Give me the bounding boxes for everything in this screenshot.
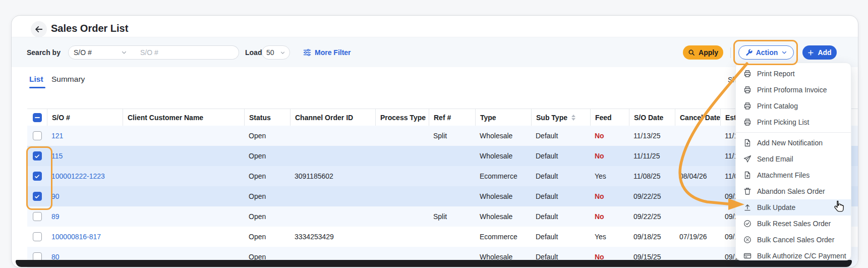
sub-type-label: Sub Type (536, 114, 567, 122)
col-header-so-number[interactable]: S/O # (47, 109, 123, 126)
table-header-row: S/O # Client Customer Name Status Channe… (27, 109, 858, 127)
cell-type: Wholesale (475, 206, 531, 227)
select-all-checkbox-cell (27, 109, 47, 126)
menu-item-label: Abandon Sales Order (757, 187, 825, 195)
menu-item-label: Print Report (757, 70, 795, 78)
menu-item-bulk-authorize-cc-payment[interactable]: Bulk Authorize C/C Payment (736, 248, 851, 260)
col-header-so-date[interactable]: S/O Date (629, 109, 675, 126)
row-checkbox[interactable] (33, 131, 42, 140)
cell-cancel-date (675, 146, 720, 166)
cell-process-type (375, 126, 429, 146)
x-circle-icon (743, 236, 751, 244)
cell-client-customer-name (123, 206, 244, 227)
cell-feed: Yes (590, 166, 629, 186)
cell-so-date: 09/22/25 (629, 206, 675, 227)
cell-cancel-date: 07/19/26 (675, 227, 720, 247)
filter-bar: Search by S/O # Load 50 (12, 37, 858, 67)
menu-item-print-report[interactable]: Print Report (736, 66, 851, 82)
col-header-sub-type[interactable]: Sub Type (531, 109, 590, 126)
cell-status: Open (244, 227, 290, 247)
sort-icon[interactable] (571, 115, 575, 121)
menu-item-attachment-files[interactable]: Attachment Files (736, 167, 851, 183)
tab-list[interactable]: List (29, 75, 43, 84)
app-frame: Sales Order List Search by S/O # Load 50 (11, 15, 858, 268)
menu-item-bulk-cancel-sales-order[interactable]: Bulk Cancel Sales Order (736, 232, 851, 248)
col-header-process-type[interactable]: Process Type (375, 109, 429, 126)
row-checkbox[interactable] (33, 192, 42, 201)
cell-client-customer-name (123, 146, 244, 166)
cell-cancel-date (675, 126, 720, 146)
chevron-down-icon (781, 49, 787, 56)
search-input[interactable] (139, 48, 232, 57)
row-checkbox[interactable] (33, 172, 42, 181)
col-header-cancel-date[interactable]: Cancel Date (675, 109, 720, 126)
menu-item-print-picking-list[interactable]: Print Picking List (736, 114, 851, 130)
menu-item-label: Print Proforma Invoice (757, 86, 827, 94)
row-checkbox[interactable] (33, 151, 42, 160)
upload-icon (743, 203, 751, 211)
menu-item-print-catalog[interactable]: Print Catalog (736, 98, 851, 114)
cell-channel-order-id: 3334253429 (290, 227, 375, 247)
col-header-client-customer-name[interactable]: Client Customer Name (123, 109, 244, 126)
cell-type: Ecommerce (475, 227, 531, 247)
col-header-feed[interactable]: Feed (590, 109, 629, 126)
search-icon (688, 49, 695, 56)
cell-type: Ecommerce (475, 166, 531, 186)
col-header-ref-number[interactable]: Ref # (429, 109, 475, 126)
cell-so-date: 11/08/25 (629, 166, 675, 186)
filter-sliders-icon (303, 48, 311, 57)
action-label: Action (756, 48, 778, 57)
col-header-type[interactable]: Type (475, 109, 531, 126)
cell-so-number[interactable]: 115 (47, 146, 123, 166)
menu-item-bulk-reset-sales-order[interactable]: Bulk Reset Sales Order (736, 216, 851, 232)
menu-item-label: Attachment Files (757, 171, 809, 179)
row-checkbox[interactable] (33, 212, 42, 221)
cell-type: Wholesale (475, 146, 531, 166)
back-button[interactable] (31, 21, 47, 37)
add-button[interactable]: Add (802, 45, 837, 60)
more-filter-button[interactable]: More Filter (303, 45, 351, 60)
menu-item-label: Bulk Cancel Sales Order (757, 236, 834, 244)
select-all-checkbox[interactable] (33, 113, 42, 122)
menu-item-add-new-notification[interactable]: Add New Notification (736, 135, 851, 151)
cell-so-date: 09/22/25 (629, 186, 675, 206)
table-row: 100001222-1223 Open 3091185602 Ecommerce… (27, 166, 858, 187)
tab-summary[interactable]: Summary (51, 75, 85, 84)
menu-item-label: Bulk Reset Sales Order (757, 220, 831, 228)
cell-channel-order-id (290, 126, 375, 146)
row-checkbox[interactable] (33, 232, 42, 241)
cell-cancel-date: 08/04/26 (675, 166, 720, 186)
cell-ref-number: Split (429, 206, 475, 227)
cell-status: Open (244, 166, 290, 186)
cell-so-number[interactable]: 100000816-817 (47, 227, 123, 247)
apply-button[interactable]: Apply (683, 45, 723, 60)
menu-item-bulk-update[interactable]: Bulk Update (736, 199, 851, 216)
cell-status: Open (244, 146, 290, 166)
back-arrow-icon (34, 25, 43, 34)
cell-so-number[interactable]: 100001222-1223 (47, 166, 123, 186)
search-input-wrap (132, 45, 239, 60)
menu-item-label: Add New Notification (757, 139, 823, 147)
cell-so-number[interactable]: 89 (47, 206, 123, 227)
cell-so-number[interactable]: 90 (47, 186, 123, 206)
cell-ref-number (429, 186, 475, 206)
chevron-down-icon (280, 50, 285, 56)
cell-so-number[interactable]: 121 (47, 126, 123, 146)
cell-process-type (375, 146, 429, 166)
cell-sub-type: Default (531, 166, 590, 186)
col-header-status[interactable]: Status (244, 109, 290, 126)
more-filter-label: More Filter (315, 48, 351, 57)
col-header-channel-order-id[interactable]: Channel Order ID (290, 109, 375, 126)
wrench-icon (745, 49, 753, 57)
menu-item-abandon-sales-order[interactable]: Abandon Sales Order (736, 183, 851, 199)
menu-item-print-proforma-invoice[interactable]: Print Proforma Invoice (736, 82, 851, 98)
load-select[interactable]: 50 (262, 45, 290, 60)
cell-process-type (375, 227, 429, 247)
cell-sub-type: Default (531, 146, 590, 166)
cell-status: Open (244, 126, 290, 146)
search-field-select[interactable]: S/O # (68, 45, 133, 60)
table-row: 90 Open Wholesale Default No 09/22/25 09… (27, 186, 858, 207)
action-button[interactable]: Action (738, 45, 794, 60)
menu-item-send-email[interactable]: Send Email (736, 151, 851, 167)
cell-client-customer-name (123, 227, 244, 247)
